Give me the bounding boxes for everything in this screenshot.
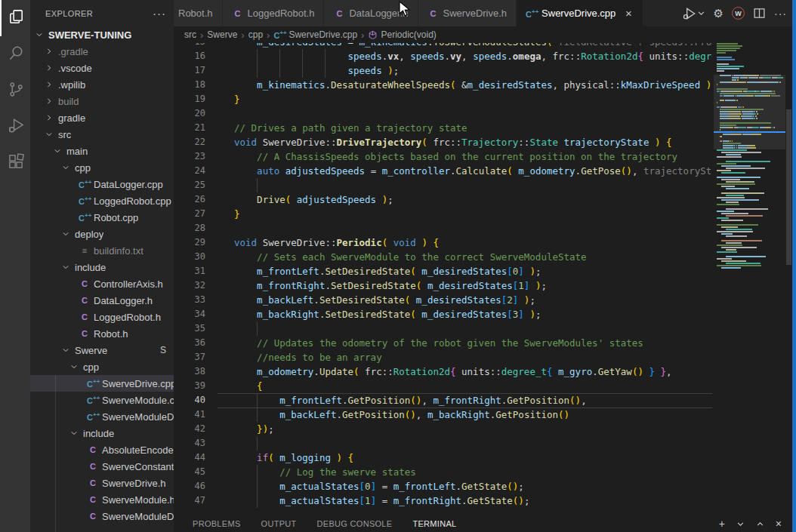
activitybar-explorer[interactable] bbox=[0, 0, 30, 36]
cpp-file-icon: C++ bbox=[87, 378, 99, 389]
ellipsis-icon[interactable]: ··· bbox=[774, 8, 787, 20]
tab-datalogger.h[interactable]: CDataLogger.h bbox=[324, 0, 418, 26]
tree-item-absoluteencoder.h[interactable]: CAbsoluteEncoder.h bbox=[30, 441, 174, 458]
tree-item-include[interactable]: include bbox=[30, 425, 174, 441]
tree-item-robot.cpp[interactable]: C++Robot.cpp bbox=[30, 209, 174, 226]
tree-item-datalogger.h[interactable]: CDataLogger.h bbox=[30, 292, 174, 309]
code-line-34[interactable]: m_backRight.SetDesiredState( m_desiredSt… bbox=[234, 307, 541, 321]
activitybar-extensions[interactable] bbox=[0, 145, 30, 181]
code-line-27[interactable]: } bbox=[234, 207, 240, 221]
sidebar-more-icon[interactable]: ··· bbox=[153, 7, 166, 20]
editor-scrollbar[interactable] bbox=[785, 43, 792, 515]
tree-item-swervemodule.h[interactable]: CSwerveModule.h bbox=[30, 491, 174, 508]
minimap-viewport[interactable] bbox=[714, 75, 785, 149]
tree-item-loggedrobot.cpp[interactable]: C++LoggedRobot.cpp bbox=[30, 192, 174, 209]
code-line-32[interactable]: m_frontRight.SetDesiredState( m_desiredS… bbox=[234, 278, 547, 293]
breadcrumb-item[interactable]: C++SwerveDrive.cpp bbox=[273, 29, 357, 40]
breadcrumb-separator: › bbox=[267, 29, 270, 41]
breadcrumb-item[interactable]: cpp bbox=[248, 29, 263, 40]
activitybar-search[interactable] bbox=[0, 36, 30, 72]
code-line-21[interactable]: // Drives a path given a trajectory stat… bbox=[234, 121, 467, 135]
tab-swervedrive.cpp[interactable]: C++SwerveDrive.cpp× bbox=[517, 0, 643, 26]
code-line-42[interactable]: }); bbox=[234, 422, 274, 436]
code-line-33[interactable]: m_backLeft.SetDesiredState( m_desiredSta… bbox=[234, 293, 535, 307]
code-line-35[interactable] bbox=[234, 321, 279, 336]
code-editor[interactable]: 15 m_desiredStates = m_kinematics.ToSwer… bbox=[174, 43, 712, 515]
gear-icon[interactable]: ⚙ bbox=[714, 7, 723, 20]
code-line-24[interactable]: auto adjustedSpeeds = m_controller.Calcu… bbox=[234, 164, 711, 178]
maximize-panel-icon[interactable] bbox=[756, 520, 764, 528]
tree-item-swerveconstants.h[interactable]: CSwerveConstants.h bbox=[30, 458, 174, 475]
tree-item-cpp[interactable]: cpp bbox=[30, 358, 174, 375]
panel-tab-terminal[interactable]: TERMINAL bbox=[412, 519, 456, 528]
panel-tab-problems[interactable]: PROBLEMS bbox=[193, 519, 241, 528]
code-line-31[interactable]: m_frontLeft.SetDesiredState( m_desiredSt… bbox=[234, 264, 541, 278]
code-line-44[interactable]: if( m_logging ) { bbox=[234, 451, 353, 465]
tree-item-swerve[interactable]: SwerveS bbox=[30, 342, 174, 358]
close-icon[interactable]: × bbox=[623, 7, 634, 20]
new-terminal-icon[interactable]: + bbox=[719, 518, 725, 530]
code-line-23[interactable]: // A ChassisSpeeds objects based on the … bbox=[234, 149, 677, 164]
code-line-26[interactable]: Drive( adjustedSpeeds ); bbox=[234, 192, 393, 207]
close-panel-icon[interactable]: × bbox=[776, 518, 782, 530]
tab-robot.h[interactable]: CRobot.h bbox=[174, 0, 223, 26]
code-line-45[interactable]: // Log the swerve states bbox=[234, 465, 416, 479]
tree-item-swervemoduledispla...[interactable]: CSwerveModuleDispla... bbox=[30, 508, 174, 524]
tree-root-folder[interactable]: SWERVE-TUNING bbox=[30, 26, 174, 43]
code-line-43[interactable] bbox=[234, 436, 279, 451]
code-line-25[interactable] bbox=[234, 178, 279, 192]
code-line-47[interactable]: m_actualStates[1] = m_frontRight.GetStat… bbox=[234, 494, 529, 508]
tree-item-controlleraxis.h[interactable]: CControllerAxis.h bbox=[30, 275, 174, 292]
code-line-18[interactable]: m_kinematics.DesaturateWheelSpeeds( &m_d… bbox=[234, 78, 712, 92]
tree-item-buildinfo.txt[interactable]: ≡buildinfo.txt bbox=[30, 242, 174, 259]
tree-item-swervedrive.cpp[interactable]: C++SwerveDrive.cpp bbox=[30, 375, 174, 392]
code-line-29[interactable]: void SwerveDrive::Periodic( void ) { bbox=[234, 235, 439, 250]
tab-swervedrive.h[interactable]: CSwerveDrive.h bbox=[418, 0, 517, 26]
tree-item-include[interactable]: include bbox=[30, 259, 174, 275]
code-line-17[interactable]: speeds ); bbox=[234, 63, 399, 78]
activitybar-source-control[interactable] bbox=[0, 72, 30, 109]
code-line-46[interactable]: m_actualStates[0] = m_frontLeft.GetState… bbox=[234, 479, 524, 494]
tree-item-.wpilib[interactable]: .wpilib bbox=[30, 76, 174, 93]
code-line-19[interactable]: } bbox=[234, 92, 240, 106]
code-line-37[interactable]: //needs to be an array bbox=[234, 350, 382, 364]
code-line-16[interactable]: speeds.vx, speeds.vy, speeds.omega, frc:… bbox=[234, 49, 712, 63]
breadcrumb-item[interactable]: Periodic(void) bbox=[368, 29, 436, 40]
tree-item-robot.h[interactable]: CRobot.h bbox=[30, 325, 174, 342]
tree-item-swervedrive.h[interactable]: CSwerveDrive.h bbox=[30, 475, 174, 491]
c-header-file-icon: C bbox=[174, 9, 174, 18]
code-line-38[interactable]: m_odometry.Update( frc::Rotation2d{ unit… bbox=[234, 364, 672, 379]
tree-item-deploy[interactable]: deploy bbox=[30, 226, 174, 242]
code-line-36[interactable]: // Updates the odometry of the robot giv… bbox=[234, 336, 643, 350]
tree-item-gradle[interactable]: gradle bbox=[30, 109, 174, 126]
line-number: 22 bbox=[174, 135, 205, 149]
panel-tab-debug-console[interactable]: DEBUG CONSOLE bbox=[317, 519, 393, 528]
breadcrumb-item[interactable]: src bbox=[184, 29, 196, 40]
breadcrumb-item[interactable]: Swerve bbox=[207, 29, 237, 40]
code-line-41[interactable]: m_backLeft.GetPosition(), m_backRight.Ge… bbox=[234, 407, 569, 422]
code-line-39[interactable]: { bbox=[234, 379, 263, 393]
tree-item-datalogger.cpp[interactable]: C++DataLogger.cpp bbox=[30, 176, 174, 192]
terminal-dropdown-icon[interactable] bbox=[736, 520, 745, 528]
tree-item-swervemodule.cpp[interactable]: C++SwerveModule.cpp bbox=[30, 392, 174, 408]
tab-loggedrobot.h[interactable]: CLoggedRobot.h bbox=[223, 0, 325, 26]
tree-item-src[interactable]: src bbox=[30, 126, 174, 143]
tree-item-build[interactable]: build bbox=[30, 93, 174, 109]
tree-item-swervemoduledispla...[interactable]: C++SwerveModuleDispla... bbox=[30, 408, 174, 425]
activitybar-run-and-debug[interactable] bbox=[0, 109, 30, 145]
run-icon[interactable] bbox=[682, 6, 705, 21]
tree-item-cpp[interactable]: cpp bbox=[30, 159, 174, 176]
tree-item-.gradle[interactable]: .gradle bbox=[30, 43, 174, 60]
cpp-file-icon: C++ bbox=[79, 179, 91, 189]
tree-item-main[interactable]: main bbox=[30, 143, 174, 159]
panel-tab-output[interactable]: OUTPUT bbox=[261, 519, 297, 528]
wpilib-icon[interactable]: W bbox=[732, 7, 745, 20]
code-line-22[interactable]: void SwerveDrive::DriveTrajectory( frc::… bbox=[234, 135, 672, 149]
code-line-30[interactable]: // Sets each SwerveModule to the correct… bbox=[234, 250, 587, 264]
scrollbar-thumb[interactable] bbox=[786, 109, 791, 265]
tree-item-loggedrobot.h[interactable]: CLoggedRobot.h bbox=[30, 309, 174, 325]
code-line-15[interactable]: m_desiredStates = m_kinematics.ToSwerveM… bbox=[234, 43, 712, 49]
tree-item-.vscode[interactable]: .vscode bbox=[30, 60, 174, 76]
split-editor-icon[interactable] bbox=[753, 7, 766, 20]
minimap[interactable] bbox=[714, 43, 785, 515]
